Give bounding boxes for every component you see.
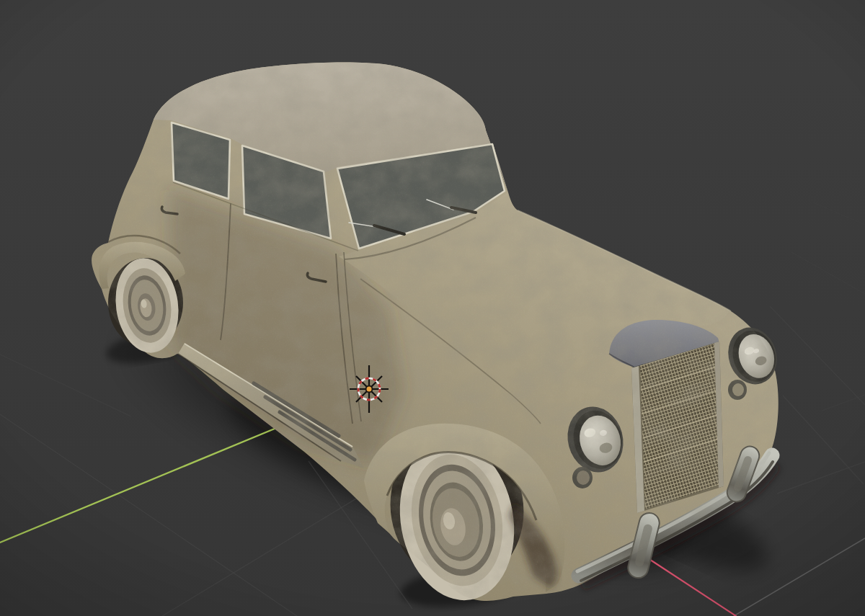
3d-viewport[interactable] (0, 0, 865, 616)
viewport-canvas[interactable] (0, 0, 865, 616)
vignette (0, 0, 865, 616)
